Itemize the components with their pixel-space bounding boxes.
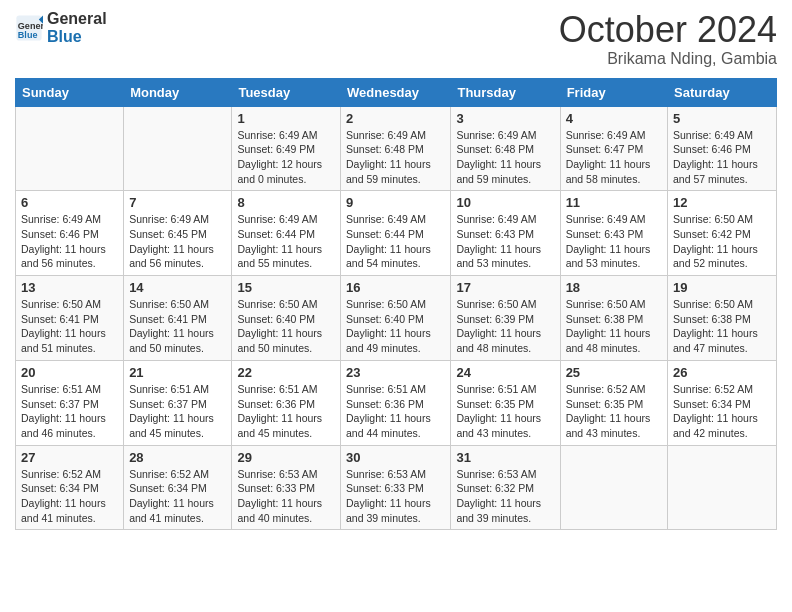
- day-number: 10: [456, 195, 554, 210]
- calendar-day-cell: 23Sunrise: 6:51 AM Sunset: 6:36 PM Dayli…: [341, 360, 451, 445]
- day-detail: Sunrise: 6:52 AM Sunset: 6:34 PM Dayligh…: [21, 467, 118, 526]
- calendar-day-cell: 17Sunrise: 6:50 AM Sunset: 6:39 PM Dayli…: [451, 276, 560, 361]
- calendar-day-cell: 5Sunrise: 6:49 AM Sunset: 6:46 PM Daylig…: [668, 106, 777, 191]
- day-number: 23: [346, 365, 445, 380]
- location: Brikama Nding, Gambia: [559, 50, 777, 68]
- day-detail: Sunrise: 6:53 AM Sunset: 6:32 PM Dayligh…: [456, 467, 554, 526]
- month-year: October 2024: [559, 10, 777, 50]
- day-detail: Sunrise: 6:50 AM Sunset: 6:40 PM Dayligh…: [237, 297, 335, 356]
- day-detail: Sunrise: 6:49 AM Sunset: 6:45 PM Dayligh…: [129, 212, 226, 271]
- day-detail: Sunrise: 6:49 AM Sunset: 6:49 PM Dayligh…: [237, 128, 335, 187]
- day-detail: Sunrise: 6:50 AM Sunset: 6:38 PM Dayligh…: [673, 297, 771, 356]
- day-detail: Sunrise: 6:52 AM Sunset: 6:34 PM Dayligh…: [673, 382, 771, 441]
- calendar-day-cell: 31Sunrise: 6:53 AM Sunset: 6:32 PM Dayli…: [451, 445, 560, 530]
- day-detail: Sunrise: 6:51 AM Sunset: 6:36 PM Dayligh…: [346, 382, 445, 441]
- day-detail: Sunrise: 6:52 AM Sunset: 6:35 PM Dayligh…: [566, 382, 662, 441]
- day-detail: Sunrise: 6:50 AM Sunset: 6:40 PM Dayligh…: [346, 297, 445, 356]
- day-number: 22: [237, 365, 335, 380]
- day-number: 3: [456, 111, 554, 126]
- day-number: 17: [456, 280, 554, 295]
- logo-general: General: [47, 10, 107, 28]
- weekday-header: Monday: [124, 78, 232, 106]
- calendar-week-row: 13Sunrise: 6:50 AM Sunset: 6:41 PM Dayli…: [16, 276, 777, 361]
- calendar-day-cell: 2Sunrise: 6:49 AM Sunset: 6:48 PM Daylig…: [341, 106, 451, 191]
- svg-text:Blue: Blue: [18, 29, 38, 39]
- day-number: 6: [21, 195, 118, 210]
- calendar-day-cell: 19Sunrise: 6:50 AM Sunset: 6:38 PM Dayli…: [668, 276, 777, 361]
- day-number: 18: [566, 280, 662, 295]
- day-number: 25: [566, 365, 662, 380]
- day-number: 13: [21, 280, 118, 295]
- day-detail: Sunrise: 6:52 AM Sunset: 6:34 PM Dayligh…: [129, 467, 226, 526]
- calendar-day-cell: [124, 106, 232, 191]
- calendar-day-cell: 3Sunrise: 6:49 AM Sunset: 6:48 PM Daylig…: [451, 106, 560, 191]
- day-number: 26: [673, 365, 771, 380]
- calendar-day-cell: 11Sunrise: 6:49 AM Sunset: 6:43 PM Dayli…: [560, 191, 667, 276]
- calendar-day-cell: 13Sunrise: 6:50 AM Sunset: 6:41 PM Dayli…: [16, 276, 124, 361]
- calendar-day-cell: 22Sunrise: 6:51 AM Sunset: 6:36 PM Dayli…: [232, 360, 341, 445]
- calendar-day-cell: 9Sunrise: 6:49 AM Sunset: 6:44 PM Daylig…: [341, 191, 451, 276]
- page-header: General Blue General Blue October 2024 B…: [15, 10, 777, 68]
- calendar-day-cell: 30Sunrise: 6:53 AM Sunset: 6:33 PM Dayli…: [341, 445, 451, 530]
- day-detail: Sunrise: 6:51 AM Sunset: 6:37 PM Dayligh…: [21, 382, 118, 441]
- calendar-table: SundayMondayTuesdayWednesdayThursdayFrid…: [15, 78, 777, 531]
- calendar-day-cell: 10Sunrise: 6:49 AM Sunset: 6:43 PM Dayli…: [451, 191, 560, 276]
- calendar-day-cell: 6Sunrise: 6:49 AM Sunset: 6:46 PM Daylig…: [16, 191, 124, 276]
- day-detail: Sunrise: 6:49 AM Sunset: 6:47 PM Dayligh…: [566, 128, 662, 187]
- calendar-day-cell: 26Sunrise: 6:52 AM Sunset: 6:34 PM Dayli…: [668, 360, 777, 445]
- day-number: 30: [346, 450, 445, 465]
- day-number: 12: [673, 195, 771, 210]
- calendar-day-cell: 24Sunrise: 6:51 AM Sunset: 6:35 PM Dayli…: [451, 360, 560, 445]
- day-detail: Sunrise: 6:50 AM Sunset: 6:41 PM Dayligh…: [21, 297, 118, 356]
- day-number: 7: [129, 195, 226, 210]
- day-number: 29: [237, 450, 335, 465]
- calendar-day-cell: [560, 445, 667, 530]
- calendar-week-row: 6Sunrise: 6:49 AM Sunset: 6:46 PM Daylig…: [16, 191, 777, 276]
- day-number: 4: [566, 111, 662, 126]
- calendar-day-cell: 4Sunrise: 6:49 AM Sunset: 6:47 PM Daylig…: [560, 106, 667, 191]
- calendar-week-row: 1Sunrise: 6:49 AM Sunset: 6:49 PM Daylig…: [16, 106, 777, 191]
- logo-blue: Blue: [47, 28, 107, 46]
- calendar-day-cell: 12Sunrise: 6:50 AM Sunset: 6:42 PM Dayli…: [668, 191, 777, 276]
- day-number: 21: [129, 365, 226, 380]
- day-detail: Sunrise: 6:50 AM Sunset: 6:39 PM Dayligh…: [456, 297, 554, 356]
- day-number: 2: [346, 111, 445, 126]
- day-detail: Sunrise: 6:53 AM Sunset: 6:33 PM Dayligh…: [237, 467, 335, 526]
- weekday-header-row: SundayMondayTuesdayWednesdayThursdayFrid…: [16, 78, 777, 106]
- calendar-day-cell: 21Sunrise: 6:51 AM Sunset: 6:37 PM Dayli…: [124, 360, 232, 445]
- day-detail: Sunrise: 6:49 AM Sunset: 6:44 PM Dayligh…: [346, 212, 445, 271]
- day-number: 9: [346, 195, 445, 210]
- day-detail: Sunrise: 6:51 AM Sunset: 6:36 PM Dayligh…: [237, 382, 335, 441]
- logo-icon: General Blue: [15, 14, 43, 42]
- calendar-day-cell: 1Sunrise: 6:49 AM Sunset: 6:49 PM Daylig…: [232, 106, 341, 191]
- title-block: October 2024 Brikama Nding, Gambia: [559, 10, 777, 68]
- weekday-header: Wednesday: [341, 78, 451, 106]
- calendar-day-cell: 25Sunrise: 6:52 AM Sunset: 6:35 PM Dayli…: [560, 360, 667, 445]
- weekday-header: Tuesday: [232, 78, 341, 106]
- day-number: 28: [129, 450, 226, 465]
- day-detail: Sunrise: 6:50 AM Sunset: 6:38 PM Dayligh…: [566, 297, 662, 356]
- day-detail: Sunrise: 6:51 AM Sunset: 6:35 PM Dayligh…: [456, 382, 554, 441]
- day-number: 11: [566, 195, 662, 210]
- calendar-day-cell: 20Sunrise: 6:51 AM Sunset: 6:37 PM Dayli…: [16, 360, 124, 445]
- day-number: 24: [456, 365, 554, 380]
- day-detail: Sunrise: 6:49 AM Sunset: 6:48 PM Dayligh…: [346, 128, 445, 187]
- day-detail: Sunrise: 6:49 AM Sunset: 6:46 PM Dayligh…: [673, 128, 771, 187]
- day-detail: Sunrise: 6:49 AM Sunset: 6:44 PM Dayligh…: [237, 212, 335, 271]
- day-detail: Sunrise: 6:49 AM Sunset: 6:48 PM Dayligh…: [456, 128, 554, 187]
- calendar-day-cell: 15Sunrise: 6:50 AM Sunset: 6:40 PM Dayli…: [232, 276, 341, 361]
- day-detail: Sunrise: 6:50 AM Sunset: 6:41 PM Dayligh…: [129, 297, 226, 356]
- calendar-day-cell: 8Sunrise: 6:49 AM Sunset: 6:44 PM Daylig…: [232, 191, 341, 276]
- calendar-day-cell: 29Sunrise: 6:53 AM Sunset: 6:33 PM Dayli…: [232, 445, 341, 530]
- day-detail: Sunrise: 6:50 AM Sunset: 6:42 PM Dayligh…: [673, 212, 771, 271]
- calendar-day-cell: 28Sunrise: 6:52 AM Sunset: 6:34 PM Dayli…: [124, 445, 232, 530]
- day-detail: Sunrise: 6:49 AM Sunset: 6:46 PM Dayligh…: [21, 212, 118, 271]
- day-number: 20: [21, 365, 118, 380]
- calendar-day-cell: 14Sunrise: 6:50 AM Sunset: 6:41 PM Dayli…: [124, 276, 232, 361]
- day-number: 5: [673, 111, 771, 126]
- day-number: 27: [21, 450, 118, 465]
- calendar-day-cell: [668, 445, 777, 530]
- calendar-week-row: 20Sunrise: 6:51 AM Sunset: 6:37 PM Dayli…: [16, 360, 777, 445]
- day-number: 14: [129, 280, 226, 295]
- day-number: 16: [346, 280, 445, 295]
